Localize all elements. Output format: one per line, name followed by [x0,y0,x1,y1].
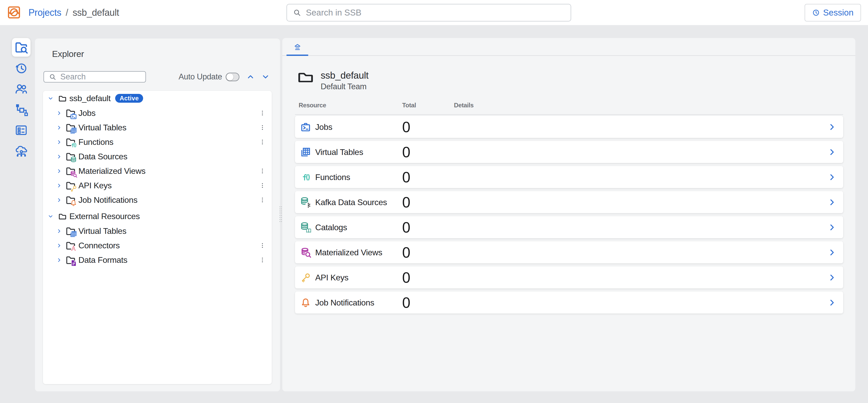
resource-row-functions[interactable]: Functions 0 [295,166,843,188]
rail-teams-button[interactable] [12,79,31,98]
chevron-right-icon[interactable] [56,228,62,234]
virtual-tables-icon [65,122,75,133]
chevron-right-icon[interactable] [828,148,836,157]
tree-item-label: Job Notifications [79,195,137,205]
tree-row-virtual-tables[interactable]: Virtual Tables [43,120,272,135]
tree-item-label: Functions [79,137,113,147]
chevron-right-icon[interactable] [56,125,62,130]
icon-rail [12,38,31,162]
app-logo-icon[interactable] [7,6,21,19]
console-form-icon [14,123,28,137]
breadcrumb-current-project: ssb_default [72,7,119,18]
tab-strip [282,38,855,56]
tree-row-job-notifications[interactable]: Job Notifications [43,193,272,207]
chevron-right-icon[interactable] [56,168,62,174]
expand-all-button[interactable] [261,73,270,81]
materialized-views-icon [300,246,312,259]
tree-row-jobs[interactable]: Jobs [43,106,272,120]
chevron-right-icon[interactable] [828,248,836,257]
job-notifications-icon [65,195,75,205]
resource-total: 0 [402,219,410,236]
kebab-menu-icon[interactable] [258,255,266,265]
explorer-search [43,71,146,82]
resource-list: Jobs 0 Virtual Tables 0 Functions 0 [295,116,843,316]
kebab-menu-icon[interactable] [258,180,266,191]
chevron-right-icon[interactable] [828,198,836,207]
chevron-right-icon[interactable] [828,273,836,282]
chevron-right-icon[interactable] [828,173,836,181]
auto-update-toggle[interactable] [226,73,239,81]
cloud-cluster-icon [14,144,28,158]
rail-flow-button[interactable] [12,100,31,119]
resource-row-materialized-views[interactable]: Materialized Views 0 [295,241,843,263]
chevron-right-icon[interactable] [828,223,836,232]
tree-row-data-formats[interactable]: Data Formats [43,253,272,267]
kebab-menu-icon[interactable] [258,240,266,250]
page-subtitle: Default Team [321,82,369,92]
kebab-menu-icon[interactable] [258,166,266,176]
tree-row-functions[interactable]: Functions [43,135,272,149]
resource-label: Virtual Tables [315,147,363,157]
materialized-views-icon [65,166,75,176]
chevron-right-icon[interactable] [56,243,62,248]
rail-history-button[interactable] [12,59,31,77]
chevron-right-icon[interactable] [828,298,836,307]
resource-row-job-notifications[interactable]: Job Notifications 0 [295,292,843,313]
chevron-right-icon[interactable] [56,257,62,263]
collapse-all-button[interactable] [247,73,254,81]
chevron-down-icon[interactable] [48,96,53,101]
chevron-right-icon[interactable] [828,123,836,131]
kebab-menu-icon[interactable] [258,108,266,118]
chevron-down-icon[interactable] [48,214,53,219]
functions-icon [300,171,312,183]
app-header: Projects / ssb_default Session [0,0,868,25]
tree-row-data-sources[interactable]: Data Sources [43,149,272,164]
tree-item-label: Data Sources [79,152,127,161]
rail-cloud-button[interactable] [12,141,31,160]
breadcrumb-projects-link[interactable]: Projects [28,7,61,18]
chevron-right-icon[interactable] [56,183,62,188]
kebab-menu-icon[interactable] [258,195,266,205]
chevron-right-icon[interactable] [56,154,62,159]
resource-row-jobs[interactable]: Jobs 0 [295,116,843,138]
tree-row-ext-virtual-tables[interactable]: Virtual Tables [43,224,272,238]
folder-icon [297,70,314,92]
session-button-label: Session [823,8,854,18]
resource-row-virtual-tables[interactable]: Virtual Tables 0 [295,141,843,163]
resource-row-catalogs[interactable]: Catalogs 0 [295,216,843,238]
chevron-right-icon[interactable] [56,139,62,145]
api-keys-icon [300,272,312,283]
tab-home[interactable] [286,38,308,56]
tree-row-connectors[interactable]: Connectors [43,238,272,253]
resource-label: Functions [315,172,350,182]
jobs-icon [300,121,312,133]
explorer-tree: ssb_default Active Jobs Virtual Tables [43,91,272,384]
project-heading: ssb_default Default Team [297,70,369,92]
resource-row-api-keys[interactable]: API Keys 0 [295,266,843,289]
session-button[interactable]: Session [805,4,861,22]
tree-row-external-resources[interactable]: External Resources [43,209,272,224]
rail-explorer-button[interactable] [12,38,31,57]
tree-row-api-keys[interactable]: API Keys [43,178,272,193]
search-icon [293,8,302,17]
active-tab-underline [286,55,308,56]
tree-item-label: Materialized Views [79,166,146,176]
breadcrumb-separator: / [66,7,68,18]
global-search [286,4,571,22]
explorer-search-input[interactable] [60,72,146,81]
tree-item-label: API Keys [79,181,112,190]
breadcrumb: Projects / ssb_default [28,0,119,25]
column-header-details: Details [454,102,474,109]
global-search-input[interactable] [306,8,571,18]
resource-label: Catalogs [315,223,347,232]
chevron-right-icon[interactable] [56,197,62,203]
resource-row-kafka-data-sources[interactable]: Kafka Data Sources 0 [295,191,843,213]
rail-console-button[interactable] [12,121,31,139]
kebab-menu-icon[interactable] [258,122,266,133]
tree-row-project[interactable]: ssb_default Active [43,91,272,106]
data-formats-icon [65,255,75,265]
virtual-tables-icon [300,146,312,158]
chevron-right-icon[interactable] [56,110,62,116]
tree-row-materialized-views[interactable]: Materialized Views [43,164,272,178]
kebab-menu-icon[interactable] [258,137,266,147]
